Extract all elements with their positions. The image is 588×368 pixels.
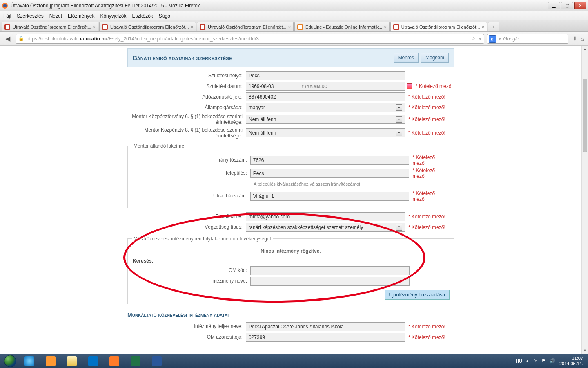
menu-file[interactable]: Fájl [3,13,11,19]
menu-bookmarks[interactable]: Könyvjelzők [100,13,126,19]
close-icon[interactable]: × [384,25,386,29]
browser-tab-1[interactable]: Útravaló Ösztöndíjprogram Ellenőrzöt...× [99,22,196,31]
menu-bar: Fájl Szerkesztés Nézet Előzmények Könyvj… [0,11,588,20]
window-maximize-button[interactable]: ▢ [561,2,573,9]
window-minimize-button[interactable]: ▁ [548,2,560,9]
tab-bar: Útravaló Ösztöndíjprogram Ellenőrzöt...×… [0,20,588,32]
menu-view[interactable]: Nézet [49,13,62,19]
favicon-icon [297,24,303,30]
window-close-button[interactable]: ✕ [574,2,586,9]
menu-history[interactable]: Előzmények [68,13,94,19]
window-titlebar: Útravaló Ösztöndíjprogram Ellenőrzött Ad… [0,0,588,11]
close-icon[interactable]: × [288,25,291,29]
lock-icon: 🔒 [18,36,24,41]
firefox-icon [2,2,8,9]
browser-tab-4[interactable]: Útravaló Ösztöndíjprogram Ellenőrzöt...× [390,22,487,31]
menu-help[interactable]: Súgó [159,13,170,19]
svg-point-1 [3,4,7,7]
favicon-icon [4,24,10,30]
close-icon[interactable]: × [481,25,484,29]
dropdown-icon[interactable]: ▾ [479,36,481,42]
new-tab-button[interactable]: + [488,22,499,31]
back-button[interactable]: ◀ [2,34,13,44]
close-icon[interactable]: × [93,25,96,29]
nav-bar: ◀ 🔒 https://test.okmtutravalo.educatio.h… [0,32,588,46]
url-input[interactable]: 🔒 https://test.okmtutravalo.educatio.hu/… [16,34,484,44]
browser-tab-3[interactable]: EduLine - Educatio Online Informatik...× [294,22,390,31]
browser-tab-2[interactable]: Útravaló Ösztöndíjprogram Ellenőrzöt...× [197,22,294,31]
favicon-icon [393,24,399,30]
menu-tools[interactable]: Eszközök [132,13,153,19]
favicon-icon [102,24,108,30]
close-icon[interactable]: × [191,25,193,29]
download-icon[interactable]: ⬇ [572,36,577,42]
menu-edit[interactable]: Szerkesztés [17,13,43,19]
url-text: https://test.okmtutravalo.educatio.hu/Es… [27,36,471,42]
bookmark-star-icon[interactable]: ☆ [471,36,476,42]
window-title: Útravaló Ösztöndíjprogram Ellenőrzött Ad… [11,3,548,9]
favicon-icon [200,24,205,30]
search-input[interactable]: g ▾ Google [487,34,568,44]
home-icon[interactable]: ⌂ [581,36,584,42]
google-icon: g [489,35,496,43]
browser-tab-0[interactable]: Útravaló Ösztöndíjprogram Ellenőrzöt...× [2,22,98,31]
